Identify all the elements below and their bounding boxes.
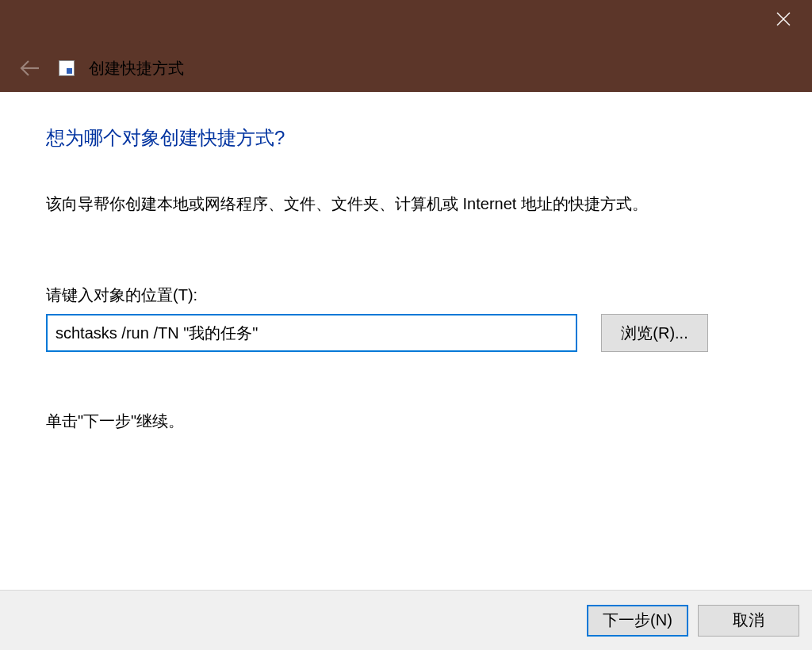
description-text: 该向导帮你创建本地或网络程序、文件、文件夹、计算机或 Internet 地址的快… xyxy=(46,193,766,215)
continue-hint: 单击"下一步"继续。 xyxy=(46,411,766,432)
close-icon xyxy=(776,12,791,26)
header-row: 创建快捷方式 xyxy=(16,54,184,82)
back-button xyxy=(16,54,44,82)
shortcut-icon xyxy=(59,60,75,76)
cancel-button[interactable]: 取消 xyxy=(698,605,799,637)
window-title: 创建快捷方式 xyxy=(89,58,184,79)
content-area: 想为哪个对象创建快捷方式? 该向导帮你创建本地或网络程序、文件、文件夹、计算机或… xyxy=(0,92,812,590)
next-button[interactable]: 下一步(N) xyxy=(587,605,688,637)
close-button[interactable] xyxy=(760,2,807,36)
location-row: 浏览(R)... xyxy=(46,314,766,352)
page-heading: 想为哪个对象创建快捷方式? xyxy=(46,125,766,151)
browse-button[interactable]: 浏览(R)... xyxy=(601,314,708,352)
titlebar: 创建快捷方式 xyxy=(0,0,812,92)
location-label: 请键入对象的位置(T): xyxy=(46,285,766,306)
footer: 下一步(N) 取消 xyxy=(0,590,812,650)
location-input[interactable] xyxy=(46,314,577,352)
arrow-left-icon xyxy=(20,59,40,77)
